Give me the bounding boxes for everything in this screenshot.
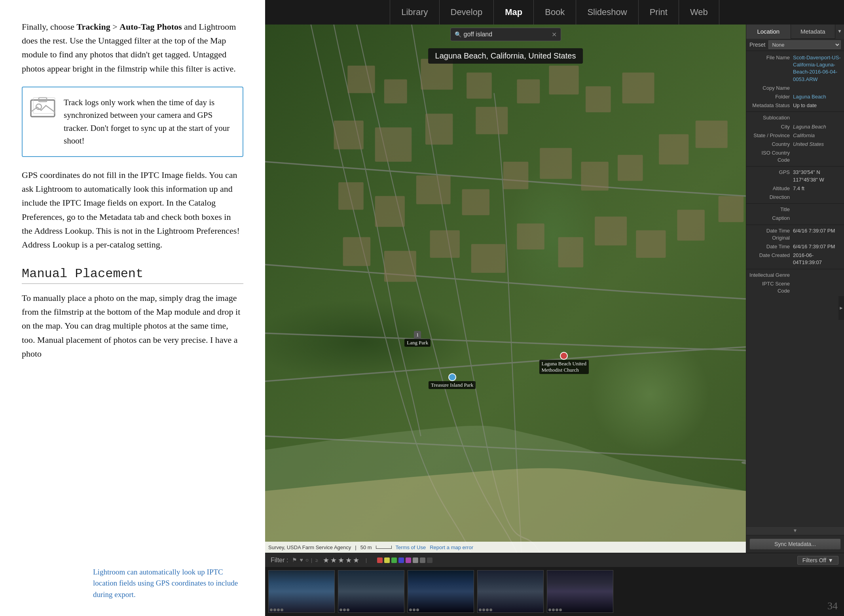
thumb-dot bbox=[482, 608, 485, 611]
top-nav: Library Develop Map Book Slideshow Print… bbox=[265, 0, 844, 25]
star-1[interactable]: ★ bbox=[323, 556, 329, 565]
thumb-dot bbox=[556, 608, 558, 611]
sidebar-dropdown[interactable]: ▼ bbox=[835, 25, 844, 39]
search-input[interactable]: goff island bbox=[464, 31, 549, 38]
ge-symbol: ≥ bbox=[315, 557, 318, 563]
circle-icon[interactable]: ○ bbox=[305, 557, 309, 563]
tab-metadata[interactable]: Metadata bbox=[791, 25, 836, 39]
caption-label: Caption bbox=[749, 215, 793, 222]
pin-number: 1 bbox=[414, 331, 421, 339]
svg-rect-8 bbox=[467, 72, 492, 98]
svg-rect-21 bbox=[503, 162, 529, 189]
date-created-value: 2016-06-04T19:39:07 bbox=[793, 252, 841, 266]
folder-value: Laguna Beach bbox=[793, 93, 841, 100]
map-area: 🔍 goff island ✕ Laguna Beach, California… bbox=[265, 25, 746, 553]
thumb-dot bbox=[559, 608, 562, 611]
star-3[interactable]: ★ bbox=[338, 556, 344, 565]
nav-develop[interactable]: Develop bbox=[440, 0, 494, 25]
treasure-island-pin[interactable]: Treasure Island Park bbox=[429, 373, 476, 389]
altitude-value: 7.4 ft bbox=[793, 185, 841, 192]
svg-rect-17 bbox=[338, 182, 364, 210]
filters-off-label: Filters Off bbox=[802, 557, 826, 563]
tracking-bold: Tracking bbox=[77, 22, 110, 32]
thumb-dot bbox=[347, 608, 349, 611]
svg-rect-23 bbox=[581, 162, 608, 191]
sync-metadata-button[interactable]: Sync Metadata... bbox=[749, 539, 841, 550]
preset-row: Preset None bbox=[746, 39, 844, 51]
thumb-dot bbox=[343, 608, 346, 611]
filter-label: Filter : bbox=[271, 557, 288, 564]
metadata-section: File Name Scott-Davenport-US-California-… bbox=[746, 51, 844, 526]
scroll-down-arrow[interactable]: ▼ bbox=[746, 526, 844, 535]
thumb-dot bbox=[270, 608, 273, 611]
terms-link[interactable]: Terms of Use bbox=[396, 544, 426, 550]
scale-bar bbox=[376, 546, 392, 549]
intellectual-row: Intellectual Genre bbox=[746, 271, 844, 280]
svg-rect-27 bbox=[343, 237, 370, 266]
color-yellow[interactable] bbox=[384, 557, 390, 563]
country-label: Country bbox=[749, 141, 793, 148]
flag-icon[interactable]: ⚑ bbox=[292, 557, 297, 563]
collapse-sidebar-arrow[interactable]: ► bbox=[838, 296, 844, 320]
folder-label: Folder bbox=[749, 93, 793, 100]
search-clear-button[interactable]: ✕ bbox=[552, 31, 557, 38]
filters-off-button[interactable]: Filters Off ▼ bbox=[797, 556, 838, 565]
svg-rect-16 bbox=[622, 72, 654, 103]
direction-label: Direction bbox=[749, 194, 793, 201]
country-value: United States bbox=[793, 141, 841, 148]
thumbnail-1[interactable] bbox=[268, 570, 335, 613]
color-green[interactable] bbox=[391, 557, 397, 563]
state-value: California bbox=[793, 132, 841, 139]
city-row: City Laguna Beach bbox=[746, 123, 844, 131]
color-red[interactable] bbox=[377, 557, 383, 563]
thumbnail-4[interactable] bbox=[477, 570, 544, 613]
color-gray-3[interactable] bbox=[427, 557, 432, 563]
divider-1 bbox=[746, 111, 844, 112]
star-4[interactable]: ★ bbox=[345, 556, 352, 565]
nav-library[interactable]: Library bbox=[390, 0, 439, 25]
search-icon: 🔍 bbox=[455, 31, 461, 38]
church-pin[interactable]: Laguna Beach UnitedMethodist Church bbox=[539, 352, 589, 374]
iso-row: ISO Country Code bbox=[746, 149, 844, 164]
svg-rect-34 bbox=[636, 231, 666, 258]
attribution-text: Survey, USDA Farm Service Agency bbox=[268, 544, 351, 550]
thumb-flag-4 bbox=[479, 608, 492, 611]
color-gray-2[interactable] bbox=[420, 557, 425, 563]
star-2[interactable]: ★ bbox=[330, 556, 337, 565]
color-purple[interactable] bbox=[406, 557, 411, 563]
folder-row: Folder Laguna Beach bbox=[746, 93, 844, 101]
lang-park-pin[interactable]: 1 Lang Park bbox=[404, 331, 431, 347]
svg-rect-31 bbox=[517, 223, 544, 249]
tab-location[interactable]: Location bbox=[746, 25, 791, 39]
map-search-bar[interactable]: 🔍 goff island ✕ bbox=[450, 28, 561, 41]
svg-rect-26 bbox=[696, 121, 728, 148]
nav-book[interactable]: Book bbox=[534, 0, 576, 25]
thumbnail-5[interactable] bbox=[547, 570, 613, 613]
report-link[interactable]: Report a map error bbox=[430, 544, 473, 550]
thumbnails-row bbox=[265, 567, 844, 616]
intellectual-label: Intellectual Genre bbox=[749, 272, 793, 279]
filter-bar: Filter : ⚑ ♥ ○ | ≥ ★ ★ ★ ★ ★ | bbox=[265, 553, 844, 567]
state-row: State / Province California bbox=[746, 131, 844, 140]
svg-rect-10 bbox=[375, 127, 412, 162]
color-blue[interactable] bbox=[398, 557, 404, 563]
star-rating[interactable]: ★ ★ ★ ★ ★ bbox=[323, 556, 359, 565]
star-5[interactable]: ★ bbox=[353, 556, 359, 565]
thumbnail-2[interactable] bbox=[338, 570, 404, 613]
nav-web[interactable]: Web bbox=[679, 0, 719, 25]
thumb-dot bbox=[489, 608, 492, 611]
preset-select[interactable]: None bbox=[768, 40, 841, 49]
caption-text: Lightroom can automatically look up IPTC… bbox=[93, 555, 243, 601]
title-row: Title bbox=[746, 205, 844, 214]
file-name-label: File Name bbox=[749, 54, 793, 61]
filter-icons: ⚑ ♥ ○ | ≥ bbox=[292, 557, 319, 563]
nav-print[interactable]: Print bbox=[639, 0, 679, 25]
divider-vert-2: | bbox=[366, 557, 367, 563]
thumbnail-3[interactable] bbox=[408, 570, 474, 613]
nav-map[interactable]: Map bbox=[494, 0, 534, 25]
nav-slideshow[interactable]: Slideshow bbox=[576, 0, 638, 25]
color-gray-1[interactable] bbox=[413, 557, 418, 563]
section-heading-manual: Manual Placement bbox=[22, 266, 243, 284]
heart-icon[interactable]: ♥ bbox=[300, 557, 303, 563]
pin-label: Lang Park bbox=[404, 339, 431, 347]
